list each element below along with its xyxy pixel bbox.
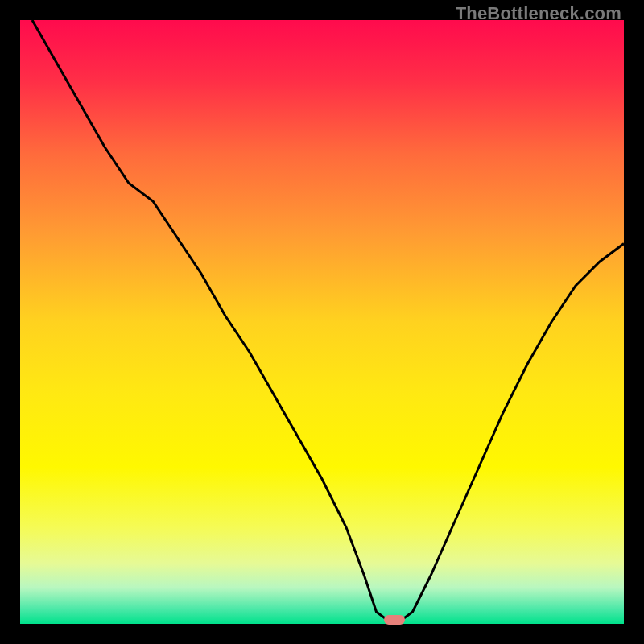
chart-frame: TheBottleneck.com xyxy=(0,0,644,644)
plot-area xyxy=(20,20,624,624)
watermark-text: TheBottleneck.com xyxy=(456,3,621,24)
curve-layer xyxy=(20,20,624,624)
optimal-marker xyxy=(384,615,405,625)
bottleneck-curve xyxy=(32,20,624,621)
